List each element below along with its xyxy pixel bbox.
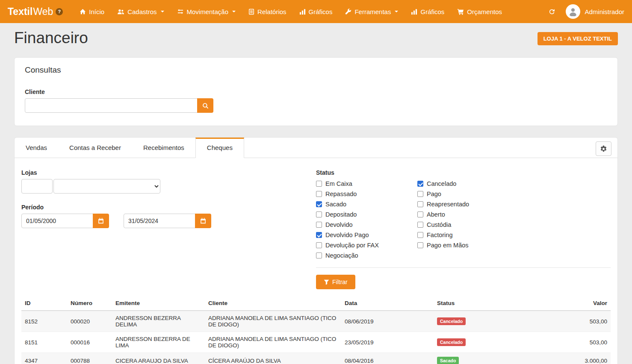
status-checkbox-em-caixa[interactable]: Em Caixa xyxy=(316,180,417,187)
caret-down-icon xyxy=(395,11,398,12)
status-checkbox-custodia[interactable]: Custódia xyxy=(417,221,519,228)
gear-icon xyxy=(600,145,607,153)
date-to-input[interactable] xyxy=(124,214,195,228)
lojas-select[interactable] xyxy=(53,179,160,194)
checkbox-label: Depositado xyxy=(325,211,357,218)
nav-item-graficos[interactable]: Gráficos xyxy=(405,0,451,23)
date-from-input[interactable] xyxy=(21,214,93,228)
brand-logo[interactable]: TextilWeb ? xyxy=(8,6,63,18)
checkbox-icon[interactable] xyxy=(316,191,322,197)
status-checkbox-devolucao-por-fax[interactable]: Devolução por FAX xyxy=(316,242,417,249)
search-button[interactable] xyxy=(197,98,213,113)
checkbox-icon[interactable] xyxy=(417,232,423,238)
checkbox-icon[interactable] xyxy=(316,252,322,258)
avatar xyxy=(566,4,580,19)
filter-button[interactable]: Filtrar xyxy=(316,275,355,289)
nav-item-cadastros[interactable]: Cadastros xyxy=(111,0,170,23)
results-table: IDNúmeroEmitenteClienteDataStatusValor 8… xyxy=(21,296,611,364)
store-button[interactable]: LOJA 1 - A VELOZ TEXTIL xyxy=(537,32,618,45)
checkbox-icon[interactable] xyxy=(417,181,423,187)
report-icon xyxy=(248,9,254,15)
table-header-row: IDNúmeroEmitenteClienteDataStatusValor xyxy=(21,296,611,311)
checkbox-icon[interactable] xyxy=(417,242,423,248)
checkbox-icon[interactable] xyxy=(417,201,423,207)
checkbox-icon[interactable] xyxy=(417,191,423,197)
nav-menu: InícioCadastrosMovimentaçãoRelatóriosGrá… xyxy=(73,0,508,23)
consultas-panel: Consultas Cliente xyxy=(14,57,618,126)
tab-recebimentos[interactable]: Recebimentos xyxy=(132,138,195,158)
home-icon xyxy=(80,9,86,15)
tab-cheques[interactable]: Cheques xyxy=(195,138,244,158)
date-to-group xyxy=(124,214,211,228)
column-header-id: ID xyxy=(21,296,67,311)
status-checkbox-pago[interactable]: Pago xyxy=(417,191,519,197)
nav-item-inicio[interactable]: Início xyxy=(73,0,111,23)
filters-section: Lojas Período S xyxy=(15,158,617,289)
settings-button[interactable] xyxy=(596,141,611,156)
status-checkbox-reapresentado[interactable]: Reapresentado xyxy=(417,201,519,208)
table-body: 8152000020ANDRESSON BEZERRA DELIMAADRIAN… xyxy=(21,311,611,364)
status-checkbox-devolvido[interactable]: Devolvido xyxy=(316,221,417,228)
status-checkbox-sacado[interactable]: Sacado xyxy=(316,201,417,208)
checkbox-label: Sacado xyxy=(325,201,346,208)
nav-item-ferramentas[interactable]: Ferramentas xyxy=(339,0,405,23)
help-icon[interactable]: ? xyxy=(56,8,63,15)
column-header-valor: Valor xyxy=(562,296,611,311)
column-header-cliente: Cliente xyxy=(205,296,341,311)
page-content: Financeiro LOJA 1 - A VELOZ TEXTIL Consu… xyxy=(0,23,632,364)
table-row: 8151000016ANDRESSON BEZERRA DE LIMAADRIA… xyxy=(21,332,611,353)
checkbox-icon[interactable] xyxy=(316,232,322,238)
tabs-panel: VendasContas a ReceberRecebimentosCheque… xyxy=(14,137,618,364)
date-to-calendar-button[interactable] xyxy=(195,214,211,228)
status-checkbox-pago-em-maos[interactable]: Pago em Mãos xyxy=(417,242,519,249)
status-checkbox-negociacao[interactable]: Negociação xyxy=(316,252,417,259)
lojas-label: Lojas xyxy=(21,169,316,176)
status-checkbox-factoring[interactable]: Factoring xyxy=(417,232,519,238)
status-checkbox-grid: Em CaixaRepassadoSacadoDepositadoDevolvi… xyxy=(316,180,611,259)
status-label: Status xyxy=(316,169,611,176)
checkbox-label: Em Caixa xyxy=(325,180,352,187)
checkbox-label: Negociação xyxy=(325,252,358,259)
checkbox-label: Reapresentado xyxy=(427,201,469,208)
checkbox-label: Repassado xyxy=(325,191,357,197)
date-from-calendar-button[interactable] xyxy=(93,214,109,228)
tabs: VendasContas a ReceberRecebimentosCheque… xyxy=(15,138,244,158)
table-row: 4347000788CICERA ARAUJO DA SILVACÍCERA A… xyxy=(21,353,611,364)
status-checkbox-depositado[interactable]: Depositado xyxy=(316,211,417,218)
tab-contas-a-receber[interactable]: Contas a Receber xyxy=(58,138,132,158)
status-badge: Sacado xyxy=(437,357,459,364)
periodo-row xyxy=(21,214,316,228)
nav-item-graficos[interactable]: Gráficos xyxy=(293,0,339,23)
user-menu[interactable]: Administrador xyxy=(566,4,624,19)
nav-item-orcamentos[interactable]: Orçamentos xyxy=(451,0,508,23)
search-icon xyxy=(202,103,209,109)
calendar-icon xyxy=(200,218,206,224)
checkbox-label: Devolvido xyxy=(325,221,353,228)
date-from-group xyxy=(21,214,109,228)
cart-icon xyxy=(457,9,464,15)
refresh-icon[interactable] xyxy=(546,6,557,17)
column-header-status: Status xyxy=(434,296,562,311)
checkbox-icon[interactable] xyxy=(316,242,322,248)
lojas-code-input[interactable] xyxy=(21,179,53,194)
checkbox-icon[interactable] xyxy=(316,181,322,187)
checkbox-label: Pago em Mãos xyxy=(427,242,469,249)
brand-primary: Textil xyxy=(8,6,32,18)
nav-item-relatorios[interactable]: Relatórios xyxy=(242,0,293,23)
username: Administrador xyxy=(585,8,624,15)
tab-vendas[interactable]: Vendas xyxy=(15,138,58,158)
status-checkbox-aberto[interactable]: Aberto xyxy=(417,211,519,218)
checkbox-icon[interactable] xyxy=(316,201,322,207)
checkbox-label: Devolução por FAX xyxy=(325,242,379,249)
checkbox-icon[interactable] xyxy=(316,211,322,217)
status-checkbox-cancelado[interactable]: Cancelado xyxy=(417,180,519,187)
status-checkbox-repassado[interactable]: Repassado xyxy=(316,191,417,197)
checkbox-label: Custódia xyxy=(427,221,451,228)
nav-item-movimentacao[interactable]: Movimentação xyxy=(171,0,242,23)
checkbox-icon[interactable] xyxy=(417,222,423,228)
status-checkbox-devolvido-pago[interactable]: Devolvido Pago xyxy=(316,232,417,238)
cliente-input[interactable] xyxy=(25,98,198,113)
status-column-2: CanceladoPagoReapresentadoAbertoCustódia… xyxy=(417,180,519,259)
checkbox-icon[interactable] xyxy=(316,222,322,228)
checkbox-icon[interactable] xyxy=(417,211,423,217)
